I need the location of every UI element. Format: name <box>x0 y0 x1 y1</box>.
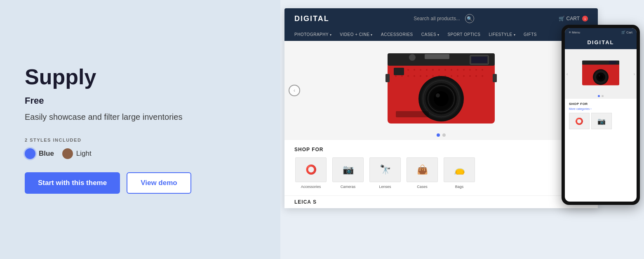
svg-point-19 <box>414 75 415 77</box>
nav-cases[interactable]: CASES <box>421 32 440 37</box>
svg-point-21 <box>426 75 428 77</box>
nav-video-cine[interactable]: VIDEO + CINE <box>340 32 373 37</box>
buttons-row: Start with this theme View demo <box>25 172 256 194</box>
style-light[interactable]: Light <box>62 148 92 159</box>
style-dot-blue <box>25 148 35 159</box>
mobile-shop-for-title: SHOP FOR <box>569 102 632 106</box>
mobile-logo-bar: DIGITAL <box>565 37 637 49</box>
shop-categories: ⭕ Accessories 📷 Cameras 🔭 Lenses 👜 Cases <box>294 157 588 189</box>
nav-sport-optics[interactable]: SPORT OPTICS <box>447 32 480 37</box>
mobile-more-categories[interactable]: More categories › <box>569 107 632 110</box>
category-img-bags: 👝 <box>444 157 475 182</box>
svg-rect-47 <box>396 111 429 117</box>
svg-rect-35 <box>425 54 449 59</box>
svg-rect-45 <box>385 74 390 82</box>
styles-label: 2 STYLES INCLUDED <box>25 138 256 143</box>
mobile-hero-arrow-right[interactable]: › <box>634 72 635 76</box>
svg-point-6 <box>426 69 428 71</box>
svg-rect-33 <box>471 57 487 63</box>
start-theme-button[interactable]: Start with this theme <box>25 172 120 194</box>
cart-icon: 🛒 <box>559 16 565 21</box>
nav-lifestyle[interactable]: LIFESTYLE <box>489 32 515 37</box>
svg-rect-44 <box>394 68 404 75</box>
mobile-categories: ⭕ 📷 <box>569 113 632 129</box>
cart-area[interactable]: 🛒 CART 1 <box>559 16 588 21</box>
mobile-shop-section: SHOP FOR More categories › ⭕ 📷 <box>565 99 637 133</box>
mobile-screen: ≡ Menu 🛒 Cart DIGITAL ‹ <box>565 28 637 202</box>
svg-point-20 <box>420 75 421 77</box>
mobile-cat-cameras[interactable]: 📷 <box>591 113 612 129</box>
svg-point-18 <box>407 75 409 77</box>
style-dot-light <box>62 148 73 159</box>
svg-point-4 <box>414 69 415 71</box>
browser-preview: DIGITAL Search all products... 🔍 🛒 CART … <box>284 8 598 208</box>
svg-point-41 <box>436 93 440 97</box>
category-name-bags: Bags <box>455 185 464 189</box>
category-cases[interactable]: 👜 Cases <box>406 157 439 189</box>
mobile-preview: ≡ Menu 🛒 Cart DIGITAL ‹ <box>562 25 640 205</box>
camera-illustration <box>371 45 511 136</box>
svg-point-34 <box>409 54 416 61</box>
category-accessories[interactable]: ⭕ Accessories <box>294 157 327 189</box>
view-demo-button[interactable]: View demo <box>127 172 191 194</box>
svg-rect-50 <box>609 61 616 64</box>
category-bags[interactable]: 👝 Bags <box>443 157 476 189</box>
hero-dot-nav <box>437 133 446 137</box>
category-img-accessories: ⭕ <box>295 157 327 182</box>
category-name-lenses: Lenses <box>379 185 391 189</box>
category-lenses[interactable]: 🔭 Lenses <box>369 157 402 189</box>
mobile-cat-accessories[interactable]: ⭕ <box>569 113 590 129</box>
mobile-hero: ‹ › <box>565 49 637 99</box>
mobile-logo: DIGITAL <box>587 39 614 45</box>
nav-accessories[interactable]: ACCESSORIES <box>381 32 413 37</box>
svg-point-7 <box>432 69 434 71</box>
theme-price: Free <box>25 95 256 106</box>
svg-rect-46 <box>493 74 497 82</box>
hero-dot-2[interactable] <box>442 133 446 137</box>
style-blue[interactable]: Blue <box>25 148 54 159</box>
mobile-hero-arrow-left[interactable]: ‹ <box>566 72 568 76</box>
category-cameras[interactable]: 📷 Cameras <box>331 157 364 189</box>
store-search-area: Search all products... 🔍 <box>414 14 474 23</box>
svg-point-10 <box>451 69 452 71</box>
hero-dot-1[interactable] <box>437 133 440 137</box>
store-logo: DIGITAL <box>294 14 329 23</box>
left-panel: Supply Free Easily showcase and filter l… <box>0 0 280 259</box>
store-header: DIGITAL Search all products... 🔍 🛒 CART … <box>284 8 598 41</box>
shop-for-section: SHOP FOR ⭕ Accessories 📷 Cameras 🔭 Lense… <box>284 140 598 195</box>
cart-label: CART <box>566 16 580 21</box>
mobile-hero-dot-2 <box>602 95 604 97</box>
svg-point-5 <box>420 69 421 71</box>
category-img-cameras: 📷 <box>332 157 364 182</box>
cart-badge: 1 <box>582 16 588 21</box>
svg-point-54 <box>598 75 603 80</box>
svg-point-55 <box>599 75 600 76</box>
category-img-lenses: 🔭 <box>369 157 401 182</box>
style-label-blue: Blue <box>39 150 54 158</box>
svg-point-15 <box>482 69 483 71</box>
category-name-cameras: Cameras <box>341 185 356 189</box>
hero-arrow-left[interactable]: ‹ <box>289 85 300 96</box>
search-icon[interactable]: 🔍 <box>465 14 474 23</box>
mobile-menu-text: ≡ Menu <box>569 31 580 34</box>
svg-point-16 <box>395 75 397 77</box>
svg-point-14 <box>475 69 477 71</box>
theme-title: Supply <box>25 65 256 89</box>
svg-point-26 <box>457 75 458 77</box>
nav-gifts[interactable]: GIFTS <box>524 32 537 37</box>
category-img-cases: 👜 <box>407 157 438 182</box>
svg-point-9 <box>444 69 446 71</box>
svg-point-30 <box>482 75 483 77</box>
mobile-cart-text: 🛒 Cart <box>621 31 632 34</box>
style-label-light: Light <box>76 150 92 158</box>
store-top-bar: DIGITAL Search all products... 🔍 🛒 CART … <box>284 8 598 29</box>
store-nav: PHOTOGRAPHY VIDEO + CINE ACCESSORIES CAS… <box>284 29 598 41</box>
svg-point-11 <box>457 69 458 71</box>
svg-point-3 <box>407 69 409 71</box>
theme-description: Easily showcase and filter large invento… <box>25 111 256 123</box>
leica-title: LEICA S <box>294 199 588 205</box>
svg-point-25 <box>451 75 452 77</box>
nav-photography[interactable]: PHOTOGRAPHY <box>294 32 331 37</box>
leica-section: LEICA S <box>284 195 598 208</box>
category-name-accessories: Accessories <box>301 185 321 189</box>
